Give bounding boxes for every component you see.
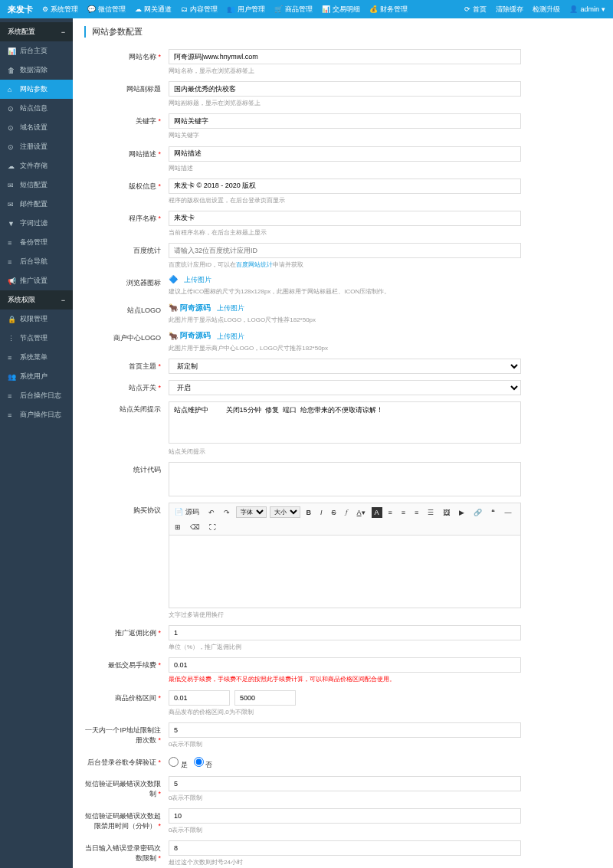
italic-icon[interactable]: I (317, 507, 326, 518)
link-icon[interactable]: 🔗 (470, 507, 485, 518)
list-icon[interactable]: ☰ (425, 507, 437, 518)
captcha-no[interactable]: 否 (194, 757, 213, 770)
content: 网站参数配置 网站名称*网站名称，显示在浏览器标签上 网站副标题网站副标题，显示… (73, 18, 613, 868)
src-btn[interactable]: 📄 源码 (172, 506, 202, 519)
font-select[interactable]: 字体 (236, 506, 267, 518)
home-link[interactable]: ⟳ 首页 (464, 5, 487, 15)
copyright-input[interactable] (169, 179, 521, 194)
sidebar-menu[interactable]: ≡系统菜单 (0, 348, 73, 367)
media-icon[interactable]: ▶ (456, 507, 467, 518)
strike-icon[interactable]: S (329, 507, 339, 518)
nav-gateway[interactable]: ☁ 网关通道 (135, 5, 172, 15)
clear-cache[interactable]: 清除缓存 (496, 5, 523, 15)
sidebar-node[interactable]: ⋮节点管理 (0, 329, 73, 348)
minfee-input[interactable] (169, 657, 521, 673)
collapse-icon: − (61, 296, 65, 304)
collapse-icon: − (61, 28, 65, 36)
image-icon[interactable]: 🖼 (440, 507, 453, 518)
nav-product[interactable]: 🛒 商品管理 (274, 5, 313, 15)
help: 网站名称，显示在浏览器标签上 (169, 67, 521, 75)
sidebar-adminlog[interactable]: ≡后台操作日志 (0, 386, 73, 405)
promo-input[interactable] (169, 625, 521, 640)
align-center-icon[interactable]: ≡ (398, 507, 408, 518)
upload-icon[interactable]: 上传图片 (184, 276, 211, 283)
sidebar-mail[interactable]: ✉邮件配置 (0, 195, 73, 214)
sidebar-storage[interactable]: ☁文件存储 (0, 156, 73, 175)
undo-icon[interactable]: ↶ (205, 507, 218, 518)
site-logo-preview: 🐂阿奇源码 (169, 303, 211, 313)
sidebar-filter[interactable]: ▼字词过滤 (0, 214, 73, 233)
iplimit-input[interactable] (169, 722, 521, 738)
clear-icon[interactable]: ⌫ (187, 522, 203, 532)
sidebar-merchlog[interactable]: ≡商户操作日志 (0, 405, 73, 424)
nav-content[interactable]: 🗂 内容管理 (181, 5, 218, 15)
sidebar-promo[interactable]: 📢推广设置 (0, 271, 73, 290)
sidebar-perm[interactable]: 🔒权限管理 (0, 310, 73, 329)
sidebar-nav[interactable]: ≡后台导航 (0, 252, 73, 271)
sidebar-siteinfo[interactable]: ⊙站点信息 (0, 99, 73, 118)
close-tip-textarea[interactable]: 站点维护中 关闭15分钟 修复 端口 给您带来的不便敬请谅解！ (169, 401, 521, 444)
description-input[interactable] (169, 146, 521, 162)
sidebar-clean[interactable]: 🗑数据清除 (0, 61, 73, 80)
bold-icon[interactable]: B (303, 507, 315, 518)
sidebar-domain[interactable]: ⊙域名设置 (0, 118, 73, 137)
size-select[interactable]: 大小 (270, 506, 300, 518)
sidebar-sms[interactable]: ✉短信配置 (0, 175, 73, 195)
upload-merchlogo[interactable]: 上传图片 (217, 332, 244, 340)
color-icon[interactable]: A▾ (354, 507, 369, 518)
nav-finance[interactable]: 💰 财务管理 (369, 5, 408, 15)
merchant-logo-preview: 🐂阿奇源码 (169, 330, 211, 341)
section-system[interactable]: 系统配置− (0, 22, 73, 41)
nav-user[interactable]: 👥 用户管理 (227, 5, 265, 15)
stat-code-box[interactable] (169, 462, 521, 496)
captcha-yes[interactable]: 是 (169, 757, 188, 770)
sidebar-home[interactable]: 📊后台主页 (0, 41, 73, 61)
hr-icon[interactable]: — (501, 507, 514, 518)
user-menu[interactable]: 👤 admin ▾ (569, 5, 605, 13)
price-max-input[interactable] (234, 690, 296, 706)
bgcolor-icon[interactable]: A (372, 507, 382, 518)
switch-select[interactable]: 开启 (169, 380, 521, 395)
check-update[interactable]: 检测升级 (533, 5, 560, 15)
align-left-icon[interactable]: ≡ (385, 507, 395, 518)
upload-sitelogo[interactable]: 上传图片 (217, 304, 244, 312)
baidu-link[interactable]: 百度网站统计 (236, 261, 273, 268)
sidebar-backup[interactable]: ≡备份管理 (0, 233, 73, 252)
editor-toolbar: 📄 源码 ↶↷ 字体 大小 B I S 𝑓 A▾ A ≡ ≡ ≡ ☰ 🖼 ▶ 🔗… (169, 503, 521, 536)
script-icon[interactable]: 𝑓 (343, 506, 351, 518)
keywords-input[interactable] (169, 113, 521, 129)
nav-system[interactable]: ⚙ 系统管理 (42, 5, 78, 15)
brand: 来发卡 (8, 4, 33, 15)
section-perm[interactable]: 系统权限− (0, 290, 73, 310)
sidebar-params[interactable]: ⌂网站参数 (0, 80, 73, 99)
editor-body[interactable] (169, 536, 521, 608)
smslimit-input[interactable] (169, 776, 521, 791)
nav-trade[interactable]: 📊 交易明细 (322, 5, 360, 15)
redo-icon[interactable]: ↷ (221, 507, 233, 518)
sidebar: 系统配置− 📊后台主页 🗑数据清除 ⌂网站参数 ⊙站点信息 ⊙域名设置 ⊙注册设… (0, 18, 73, 868)
site-name-input[interactable] (169, 49, 521, 64)
theme-select[interactable]: 新定制 (169, 359, 521, 374)
smsban-input[interactable] (169, 808, 521, 824)
nav-wechat[interactable]: 💬 微信管理 (87, 5, 126, 15)
sidebar-sysuser[interactable]: 👥系统用户 (0, 367, 73, 386)
icon-preview: 🔷 (169, 275, 178, 283)
quote-icon[interactable]: ❝ (488, 507, 498, 518)
program-input[interactable] (169, 211, 521, 226)
table-icon[interactable]: ⊞ (172, 522, 184, 532)
sidebar-register[interactable]: ⊙注册设置 (0, 137, 73, 156)
page-title: 网站参数配置 (84, 26, 602, 38)
top-bar: 来发卡 ⚙ 系统管理 💬 微信管理 ☁ 网关通道 🗂 内容管理 👥 用户管理 🛒… (0, 0, 613, 18)
align-right-icon[interactable]: ≡ (411, 507, 421, 518)
price-min-input[interactable] (169, 690, 230, 706)
baidu-input[interactable] (169, 243, 521, 258)
subtitle-input[interactable] (169, 81, 521, 97)
pwdwrong-input[interactable] (169, 840, 521, 856)
fullscreen-icon[interactable]: ⛶ (206, 522, 219, 532)
